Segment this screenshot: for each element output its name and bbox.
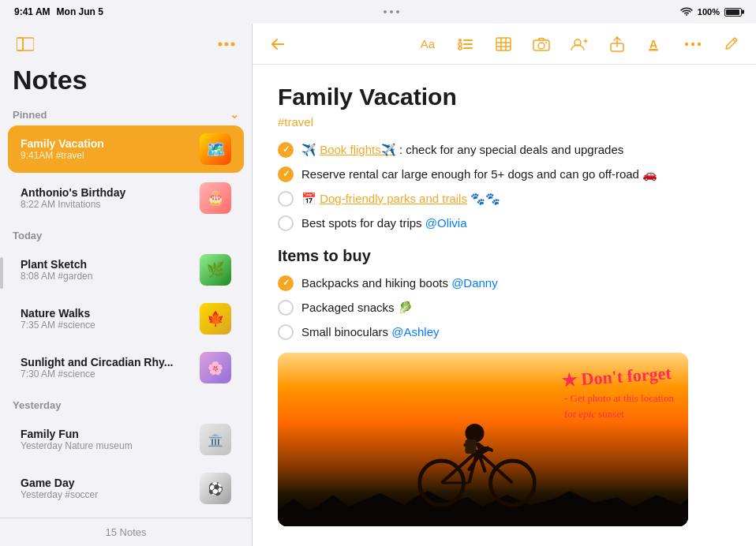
sidebar-content[interactable]: Pinned ⌄ Family Vacation 9:41AM #travel … bbox=[0, 102, 252, 518]
note-thumb-gameday: ⚽ bbox=[200, 473, 231, 504]
pinned-chevron-icon[interactable]: ⌄ bbox=[230, 108, 239, 121]
note-item-title: Family Fun bbox=[21, 428, 192, 440]
note-item-family-vacation[interactable]: Family Vacation 9:41AM #travel 🗺️ bbox=[8, 125, 244, 173]
svg-rect-13 bbox=[463, 47, 473, 49]
note-item-birthday[interactable]: Anthonio's Birthday 8:22 AM Invitations … bbox=[8, 174, 244, 222]
side-resize-handle[interactable] bbox=[0, 257, 3, 289]
note-item-title: Plant Sketch bbox=[21, 258, 192, 271]
checklist-item-4[interactable]: Best spots for day trips @Olivia bbox=[278, 215, 731, 231]
mention-ashley[interactable]: @Ashley bbox=[391, 325, 439, 338]
svg-point-6 bbox=[231, 43, 235, 47]
note-item-text: Sunlight and Circadian Rhy... 7:30 AM #s… bbox=[21, 356, 192, 380]
buy-text-1: Backpacks and hiking boots @Danny bbox=[301, 275, 498, 291]
note-item-game-day[interactable]: Game Day Yesterday #soccer ⚽ bbox=[8, 465, 244, 512]
list-button[interactable] bbox=[453, 32, 478, 57]
notes-count: 15 Notes bbox=[105, 526, 146, 538]
section-today: Today bbox=[0, 223, 252, 245]
note-body[interactable]: Family Vacation #travel ✈️ Book flights✈… bbox=[253, 65, 756, 546]
checkbox-3[interactable] bbox=[278, 191, 294, 207]
note-thumb-familyfun: 🏛️ bbox=[200, 424, 231, 455]
svg-point-30 bbox=[691, 42, 694, 45]
dog-parks-link[interactable]: Dog-friendly parks and trails bbox=[320, 192, 467, 205]
table-button[interactable] bbox=[491, 32, 516, 57]
note-item-title: Family Vacation bbox=[21, 137, 192, 150]
note-item-plant-sketch[interactable]: Plant Sketch 8:08 AM #garden 🌿 bbox=[8, 246, 244, 294]
section-today-label: Today bbox=[13, 230, 42, 241]
svg-rect-1 bbox=[17, 38, 23, 50]
svg-line-32 bbox=[733, 39, 735, 42]
checkbox-4[interactable] bbox=[278, 215, 294, 231]
checklist-item-3[interactable]: 📅 Dog-friendly parks and trails 🐾🐾 bbox=[278, 190, 731, 207]
note-item-meta: 7:35 AM #science bbox=[21, 320, 192, 331]
battery-icon bbox=[724, 8, 742, 17]
section-yesterday: Yesterday bbox=[0, 393, 252, 414]
note-thumb-naturewalks: 🍁 bbox=[200, 303, 231, 335]
section-pinned: Pinned ⌄ bbox=[0, 102, 252, 124]
dot1 bbox=[384, 10, 387, 13]
note-hashtag[interactable]: #travel bbox=[278, 115, 731, 129]
time: 9:41 AM bbox=[14, 6, 51, 17]
note-item-title: Anthonio's Birthday bbox=[21, 186, 192, 199]
buy-checkbox-3[interactable] bbox=[278, 324, 294, 340]
sidebar-footer: 15 Notes bbox=[0, 518, 252, 546]
status-bar-left: 9:41 AM Mon Jun 5 bbox=[14, 6, 103, 17]
note-item-text: Family Fun Yesterday Nature museum bbox=[21, 428, 192, 451]
svg-rect-47 bbox=[466, 439, 477, 454]
back-button[interactable] bbox=[265, 32, 290, 57]
compose-button[interactable] bbox=[718, 32, 743, 57]
checkbox-1[interactable] bbox=[278, 142, 294, 158]
person-button[interactable] bbox=[567, 32, 592, 57]
mention-danny[interactable]: @Danny bbox=[451, 276, 498, 290]
note-item-family-fun[interactable]: Family Fun Yesterday Nature museum 🏛️ bbox=[8, 416, 244, 463]
note-item-nature-walks[interactable]: Nature Walks 7:35 AM #science 🍁 bbox=[8, 295, 244, 342]
svg-point-20 bbox=[538, 43, 545, 49]
toolbar-left bbox=[265, 32, 290, 57]
section-pinned-label: Pinned bbox=[13, 109, 47, 121]
svg-point-12 bbox=[458, 47, 462, 50]
note-item-sunlight[interactable]: Sunlight and Circadian Rhy... 7:30 AM #s… bbox=[8, 344, 244, 391]
note-item-text: Family Vacation 9:41AM #travel bbox=[21, 137, 192, 161]
sidebar-toggle-button[interactable] bbox=[13, 32, 38, 57]
buy-checkbox-2[interactable] bbox=[278, 300, 294, 316]
note-item-meta: Yesterday #soccer bbox=[21, 489, 192, 500]
camera-button[interactable] bbox=[529, 32, 554, 57]
book-flights-link[interactable]: Book flights✈️ bbox=[320, 143, 396, 156]
status-bar-right: 100% bbox=[680, 6, 742, 17]
share-button[interactable] bbox=[604, 32, 630, 57]
checklist-text-2: Reserve rental car large enough for 5+ d… bbox=[301, 166, 657, 182]
wifi-icon bbox=[680, 6, 693, 17]
items-to-buy-title: Items to buy bbox=[278, 247, 731, 265]
main-toolbar: Aa bbox=[253, 24, 756, 65]
buy-item-2[interactable]: Packaged snacks 🥬 bbox=[278, 299, 731, 316]
sidebar-more-button[interactable] bbox=[214, 32, 239, 57]
highlight-button[interactable]: A bbox=[642, 32, 668, 57]
mention-olivia[interactable]: @Olivia bbox=[425, 216, 467, 230]
note-item-meta: 9:41AM #travel bbox=[21, 150, 192, 161]
buy-item-3[interactable]: Small binoculars @Ashley bbox=[278, 323, 731, 340]
svg-text:A: A bbox=[649, 38, 657, 50]
note-image-handwriting: ★ Don't forget - Get photo at this locat… bbox=[561, 367, 674, 421]
checklist-text-4: Best spots for day trips @Olivia bbox=[301, 215, 466, 231]
dot2 bbox=[390, 10, 393, 13]
svg-point-4 bbox=[219, 43, 223, 47]
toolbar-right: Aa bbox=[415, 32, 743, 57]
note-image: ★ Don't forget - Get photo at this locat… bbox=[278, 353, 688, 526]
more-toolbar-button[interactable] bbox=[680, 32, 705, 57]
section-yesterday-label: Yesterday bbox=[13, 399, 61, 411]
buy-checkbox-1[interactable] bbox=[278, 275, 294, 291]
note-thumb-vacation: 🗺️ bbox=[200, 133, 231, 165]
checkbox-2[interactable] bbox=[278, 166, 294, 182]
checklist-item-1[interactable]: ✈️ Book flights✈️ : check for any specia… bbox=[278, 141, 731, 158]
note-title: Family Vacation bbox=[278, 84, 731, 110]
svg-point-29 bbox=[685, 42, 688, 45]
checklist-item-2[interactable]: Reserve rental car large enough for 5+ d… bbox=[278, 166, 731, 182]
note-item-meta: 8:08 AM #garden bbox=[21, 271, 192, 282]
battery-percentage: 100% bbox=[698, 7, 720, 17]
note-thumb-sunlight: 🌸 bbox=[200, 352, 231, 383]
buy-item-1[interactable]: Backpacks and hiking boots @Danny bbox=[278, 275, 731, 291]
dot3 bbox=[396, 10, 399, 13]
font-button[interactable]: Aa bbox=[415, 32, 440, 57]
sidebar-title: Notes bbox=[0, 65, 252, 102]
note-item-title: Nature Walks bbox=[21, 307, 192, 320]
svg-rect-2 bbox=[17, 38, 34, 50]
